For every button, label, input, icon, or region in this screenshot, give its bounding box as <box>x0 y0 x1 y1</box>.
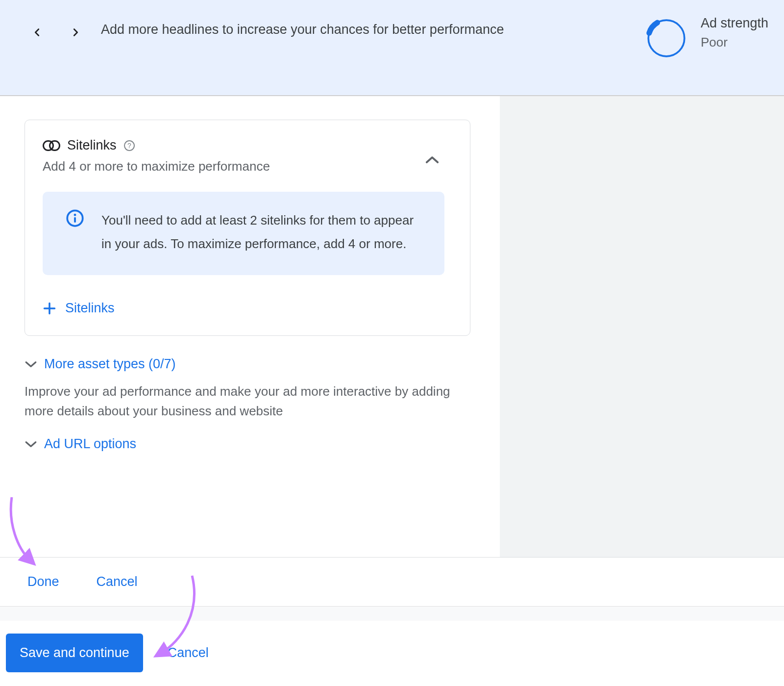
cancel-button-2[interactable]: Cancel <box>168 645 209 661</box>
sitelinks-info-box: You'll need to add at least 2 sitelinks … <box>43 192 444 275</box>
svg-rect-3 <box>50 141 60 150</box>
more-asset-types-label: More asset types (0/7) <box>44 356 176 372</box>
sitelinks-title: Sitelinks <box>67 138 117 153</box>
ad-url-options-toggle[interactable]: Ad URL options <box>24 436 500 452</box>
done-button[interactable]: Done <box>27 574 59 589</box>
link-icon <box>43 140 60 151</box>
plus-icon <box>43 302 56 315</box>
more-asset-types-desc: Improve your ad performance and make you… <box>24 381 461 421</box>
campaign-footer: Save and continue Cancel <box>0 621 784 685</box>
more-asset-types-toggle[interactable]: More asset types (0/7) <box>24 356 500 372</box>
chevron-down-icon <box>24 360 37 368</box>
ad-url-options-label: Ad URL options <box>44 436 136 452</box>
ad-strength-value: Poor <box>701 35 768 50</box>
svg-text:?: ? <box>127 142 131 150</box>
banner-message: Add more headlines to increase your chan… <box>101 12 624 39</box>
help-icon[interactable]: ? <box>123 140 135 152</box>
ad-strength-banner: Add more headlines to increase your chan… <box>0 0 784 96</box>
prev-tip-icon[interactable] <box>31 26 43 38</box>
svg-point-7 <box>74 214 76 216</box>
collapse-sitelinks-icon[interactable] <box>424 152 441 168</box>
sitelinks-info-text: You'll need to add at least 2 sitelinks … <box>101 208 421 255</box>
ad-strength-ring-icon <box>644 16 689 61</box>
save-and-continue-button[interactable]: Save and continue <box>6 634 143 672</box>
preview-panel <box>500 96 784 557</box>
sitelinks-card: Sitelinks ? Add 4 or more to maximize pe… <box>24 120 470 336</box>
add-sitelinks-label: Sitelinks <box>65 301 115 316</box>
next-tip-icon[interactable] <box>70 26 81 38</box>
sitelinks-subtitle: Add 4 or more to maximize performance <box>43 159 270 174</box>
chevron-down-icon <box>24 440 37 448</box>
ad-footer: Done Cancel <box>0 557 784 606</box>
svg-rect-8 <box>74 217 76 223</box>
add-sitelinks-button[interactable]: Sitelinks <box>43 301 444 316</box>
cancel-button[interactable]: Cancel <box>97 574 138 589</box>
info-icon <box>66 209 84 227</box>
ad-strength-label: Ad strength <box>701 16 768 31</box>
